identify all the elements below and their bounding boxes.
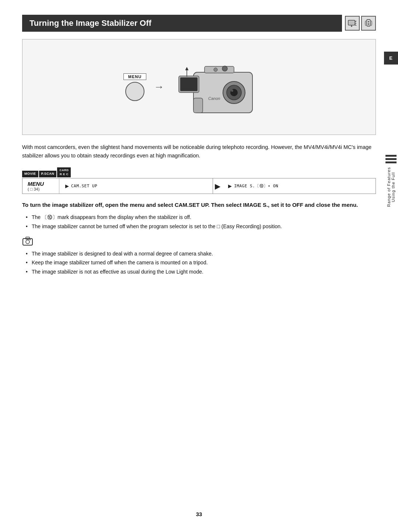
menu-page-ref: ( □ 34) bbox=[28, 187, 54, 191]
sidebar-text-line1: Using the Full bbox=[391, 172, 395, 202]
page-header: Turning the Image Stabilizer Off bbox=[22, 15, 376, 32]
sidebar-line-3 bbox=[385, 161, 397, 163]
bullet-1: The 〔⑩〕mark disappears from the display … bbox=[26, 213, 376, 221]
svg-rect-12 bbox=[180, 77, 198, 91]
svg-point-20 bbox=[214, 68, 217, 72]
svg-point-16 bbox=[231, 90, 233, 92]
note-1: The image stabilizer is designed to deal… bbox=[26, 250, 376, 258]
svg-line-4 bbox=[355, 25, 356, 25]
svg-text:Canon: Canon bbox=[208, 96, 220, 101]
menu-display-right: ▶ CAM.SET UP ▶ ▶ IMAGE S.〔⑩〕• ON bbox=[59, 178, 376, 194]
stabilizer-icon bbox=[345, 16, 360, 31]
mode-btn-pscan: P.SCAN bbox=[39, 171, 57, 177]
menu-word: MENU bbox=[28, 181, 54, 187]
menu-step-big-arrow: ▶ bbox=[213, 182, 222, 191]
svg-point-7 bbox=[368, 21, 369, 22]
sidebar-text-line2: Range of Features bbox=[387, 167, 391, 207]
page: E Range of Features Using the Full Turni… bbox=[0, 0, 398, 532]
mode-buttons: MOVIE P.SCAN CARD R E C bbox=[22, 167, 376, 177]
menu-circle-button bbox=[125, 82, 144, 101]
mode-btn-movie: MOVIE bbox=[22, 171, 38, 177]
section-letter: E bbox=[389, 55, 393, 61]
header-icons bbox=[345, 16, 376, 31]
menu-step-2-text: IMAGE S.〔⑩〕• ON bbox=[234, 183, 278, 189]
menu-step-2: ▶ IMAGE S.〔⑩〕• ON bbox=[222, 180, 376, 192]
diagram-area: MENU → bbox=[22, 39, 376, 135]
svg-point-5 bbox=[351, 25, 352, 27]
diagram-inner: MENU → bbox=[22, 39, 376, 135]
camera-illustration: Canon bbox=[171, 50, 275, 124]
svg-rect-8 bbox=[368, 23, 369, 24]
note-list: The image stabilizer is designed to deal… bbox=[22, 250, 376, 276]
diagram-arrow: → bbox=[154, 81, 164, 93]
main-content: Turning the Image Stabilizer Off bbox=[22, 0, 376, 276]
page-title: Turning the Image Stabilizer Off bbox=[22, 15, 342, 32]
mode-btn-card-rec: CARD R E C bbox=[57, 167, 71, 177]
menu-display-left: MENU ( □ 34) bbox=[22, 178, 59, 194]
sidebar-line-2 bbox=[385, 158, 397, 160]
right-sidebar: Range of Features Using the Full bbox=[384, 155, 398, 207]
svg-rect-1 bbox=[349, 21, 354, 24]
note-icon bbox=[22, 236, 376, 248]
bullet-list: The 〔⑩〕mark disappears from the display … bbox=[22, 213, 376, 230]
svg-rect-9 bbox=[368, 24, 369, 25]
menu-step-2-arrow: ▶ bbox=[228, 183, 232, 189]
remote-icon bbox=[361, 16, 376, 31]
sidebar-vertical-text: Range of Features Using the Full bbox=[387, 167, 395, 207]
note-2: Keep the image stabilizer turned off whe… bbox=[26, 258, 376, 267]
menu-display: MENU ( □ 34) ▶ CAM.SET UP ▶ ▶ IMAGE S.〔⑩… bbox=[22, 178, 376, 194]
menu-step-1-text: CAM.SET UP bbox=[71, 184, 97, 188]
description-text: With most camcorders, even the slightest… bbox=[22, 143, 376, 160]
sidebar-line-1 bbox=[385, 155, 397, 157]
bullet-2: The image stabilizer cannot be turned of… bbox=[26, 222, 376, 230]
main-instruction: To turn the image stabilizer off, open t… bbox=[22, 201, 376, 209]
svg-rect-6 bbox=[367, 20, 370, 26]
note-section: The image stabilizer is designed to deal… bbox=[22, 236, 376, 276]
menu-button-illus: MENU bbox=[123, 73, 146, 101]
section-tab-e: E bbox=[384, 52, 398, 65]
svg-point-25 bbox=[26, 240, 29, 244]
svg-rect-18 bbox=[193, 98, 203, 113]
svg-point-26 bbox=[30, 239, 31, 240]
page-number: 33 bbox=[196, 511, 202, 517]
svg-rect-17 bbox=[205, 66, 234, 73]
menu-step-1: ▶ CAM.SET UP bbox=[59, 180, 213, 192]
svg-point-21 bbox=[222, 66, 227, 71]
menu-step-1-arrow: ▶ bbox=[65, 183, 69, 189]
sidebar-lines bbox=[385, 155, 397, 163]
note-3: The image stabilizer is not as effective… bbox=[26, 268, 376, 276]
menu-label: MENU bbox=[123, 73, 146, 80]
